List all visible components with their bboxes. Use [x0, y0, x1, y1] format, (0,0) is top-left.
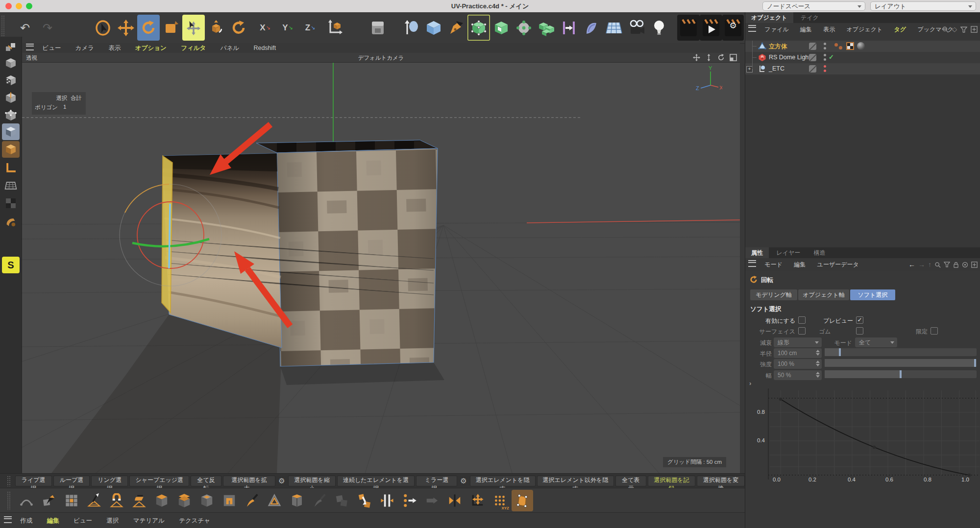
enable-axis-button[interactable] — [2, 141, 20, 158]
selection-tag-icon-2[interactable] — [839, 46, 842, 49]
floor-button[interactable] — [603, 15, 625, 41]
rubber-checkbox[interactable]: ✓ — [856, 327, 863, 335]
menu-edit[interactable]: 編集 — [47, 513, 59, 528]
point-mode-button[interactable] — [2, 107, 20, 124]
loop-selection-button[interactable]: ループ選択 — [53, 476, 90, 486]
object-row-etc[interactable]: + _ETC — [745, 63, 980, 74]
patch-tool-icon[interactable] — [61, 490, 82, 511]
lock-z-axis-button[interactable]: Z↘ — [299, 15, 321, 41]
workplane-mode-button[interactable] — [2, 160, 20, 176]
spline-pen-button[interactable] — [400, 15, 422, 41]
curve-points[interactable] — [779, 398, 971, 477]
history-forward-icon[interactable]: → — [918, 258, 925, 271]
menu-select[interactable]: 選択 — [106, 513, 119, 528]
object-row-dome-light[interactable]: RS Dome Light ✓ — [745, 52, 980, 63]
menu-options[interactable]: オプション — [135, 44, 167, 52]
menu-view-bottom[interactable]: ビュー — [74, 513, 92, 528]
tab-attributes[interactable]: 属性 — [745, 247, 769, 258]
extrude-tool-icon[interactable] — [173, 490, 195, 511]
layout-dropdown[interactable]: レイアウト — [870, 1, 976, 11]
rotate-tool-active[interactable] — [137, 15, 160, 41]
viewport-canvas[interactable] — [22, 63, 740, 473]
falloff-curve-graph[interactable]: 0.8 0.4 0.0 0.2 0.4 0.6 0.8 1.0 — [745, 384, 980, 486]
menu-filter[interactable]: フィルタ — [181, 44, 206, 52]
nodespace-dropdown[interactable]: ノードスペース — [762, 1, 865, 11]
om-menu-objects[interactable]: オブジェクト — [847, 26, 883, 33]
mirror-selection-button[interactable]: ミラー選択... — [416, 476, 457, 486]
live-selection-tool[interactable] — [92, 15, 115, 41]
om-menu-view[interactable]: 表示 — [823, 26, 835, 33]
collapse-tool-icon[interactable] — [421, 490, 443, 511]
add-panel-icon[interactable] — [971, 26, 978, 33]
viewport-menu-burger-icon[interactable] — [26, 44, 34, 50]
arc-tool-icon[interactable] — [16, 490, 37, 511]
search-icon[interactable] — [934, 262, 941, 268]
texture-mode-button[interactable] — [2, 72, 20, 89]
iron-tool-icon[interactable] — [128, 490, 150, 511]
selection-tag-icon[interactable] — [834, 43, 838, 47]
om-menu-edit[interactable]: 編集 — [800, 26, 812, 33]
strength-field[interactable]: 100 % — [774, 359, 822, 369]
pen-tool-button[interactable] — [445, 15, 467, 41]
parent-up-icon[interactable]: ↑ — [928, 258, 931, 271]
smooth-shift-tool-icon[interactable] — [264, 490, 285, 511]
om-menu-file[interactable]: ファイル — [764, 26, 788, 33]
soft-selection-tab[interactable]: ソフト選択 — [850, 289, 895, 300]
xyz-coordinates-tool-icon[interactable]: XYZ — [489, 490, 511, 511]
set-selection-button[interactable]: 選択範囲を記録 — [648, 476, 696, 486]
light-button[interactable] — [648, 15, 670, 41]
modeling-axis-tab[interactable]: モデリング軸 — [750, 289, 797, 300]
camera-label[interactable]: デフォルトカメラ — [22, 54, 740, 62]
uv-polygon-mode-button[interactable] — [2, 195, 20, 212]
bevel-tool-icon[interactable] — [151, 490, 172, 511]
dolly-view-icon[interactable] — [705, 54, 712, 61]
convert-selection-button[interactable]: 選択範囲を変換 — [697, 476, 745, 486]
selection-toolbar-drag-handle[interactable] — [7, 476, 11, 486]
tab-layers[interactable]: レイヤー — [770, 247, 806, 258]
lock-y-axis-button[interactable]: Y↘ — [276, 15, 299, 41]
menu-view[interactable]: ビュー — [42, 44, 61, 52]
modeling-toolbar-drag-handle[interactable] — [7, 491, 11, 510]
lock-x-axis-button[interactable]: X↘ — [254, 15, 276, 41]
jump-icon[interactable]: ◇ — [952, 23, 957, 36]
pan-view-icon[interactable] — [693, 54, 700, 61]
new-panel-icon[interactable] — [971, 262, 978, 268]
tab-takes[interactable]: テイク — [795, 12, 825, 23]
symmetry-button[interactable] — [558, 15, 580, 41]
preview-checkbox[interactable]: ✓ — [856, 316, 863, 324]
menu-display[interactable]: 表示 — [109, 44, 121, 52]
sketch-tool-icon[interactable] — [38, 490, 60, 511]
boole-button[interactable] — [490, 15, 513, 41]
surface-checkbox[interactable]: ✓ — [798, 327, 806, 335]
ring-selection-button[interactable]: リング選択 — [91, 476, 128, 486]
select-connected-button[interactable]: 連続したエレメントを選択 — [337, 476, 415, 486]
render-view-button[interactable] — [677, 15, 700, 41]
deformer-button[interactable] — [580, 15, 603, 41]
texture-axis-mode-button[interactable] — [2, 177, 20, 194]
hide-unselected-button[interactable]: 選択エレメント以外を隠す — [537, 476, 614, 486]
coordinate-system-button[interactable] — [323, 15, 346, 41]
radius-field[interactable]: 100 cm — [774, 348, 822, 358]
gizmo-z-band[interactable] — [169, 204, 170, 268]
menu-panel[interactable]: パネル — [220, 44, 239, 52]
render-picture-viewer-button[interactable] — [700, 15, 722, 41]
axis-move-tool-icon[interactable] — [466, 490, 488, 511]
move-tool[interactable] — [115, 15, 137, 41]
make-editable-button[interactable] — [2, 39, 20, 56]
shrink-selection-button[interactable]: 選択範囲を縮小 — [288, 476, 336, 486]
falloff-curve-line[interactable] — [781, 399, 969, 475]
enabled-check-icon[interactable]: ✓ — [829, 53, 834, 61]
search-icon[interactable] — [942, 26, 949, 33]
menu-redshift[interactable]: Redshift — [253, 45, 276, 51]
falloff-dropdown[interactable]: 線形 — [774, 337, 822, 347]
volume-button[interactable] — [535, 15, 558, 41]
scale-tool[interactable] — [160, 15, 182, 41]
stepper-icon[interactable] — [816, 372, 820, 378]
clone-disabled-icon[interactable] — [331, 490, 353, 511]
unhide-all-button[interactable]: 全て表示 — [615, 476, 646, 486]
am-menu-userdata[interactable]: ユーザーデータ — [817, 261, 859, 268]
viewport-panel[interactable]: 透視 デフォルトカメラ — [22, 53, 740, 473]
model-mode-button[interactable] — [2, 55, 20, 72]
toolbar-drag-handle[interactable] — [1, 15, 5, 40]
object-axis-tab[interactable]: オブジェクト軸 — [798, 289, 849, 300]
